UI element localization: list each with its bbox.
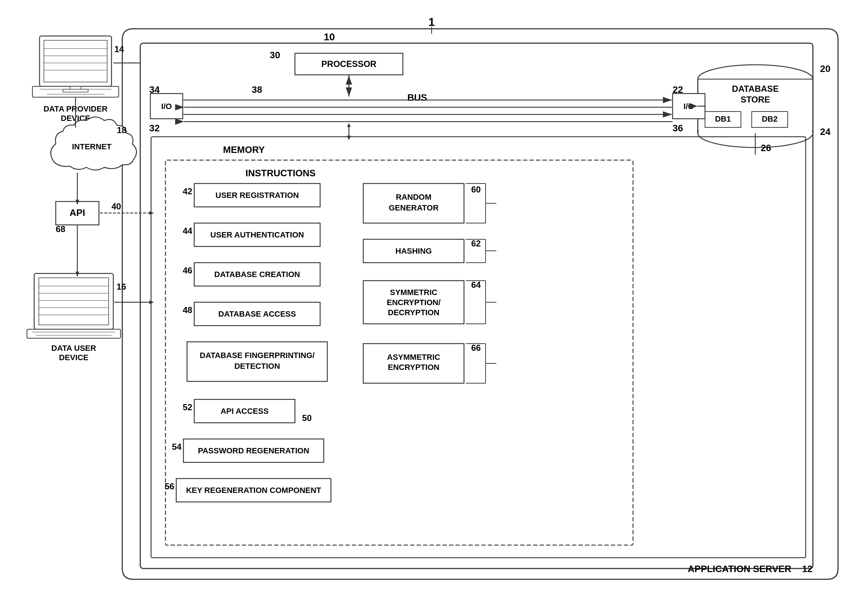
api-server-arrow xyxy=(149,211,154,215)
db-store-label-line2: STORE xyxy=(741,94,770,104)
symmetric-enc-label1: SYMMETRIC xyxy=(390,288,437,297)
symmetric-enc-label2: ENCRYPTION/ xyxy=(387,298,441,307)
ref-50-label: 50 xyxy=(302,413,312,423)
ref-10-label: 10 xyxy=(324,31,335,42)
ref-66-label: 66 xyxy=(471,343,481,353)
ref-52-label: 52 xyxy=(183,402,192,412)
svg-rect-13 xyxy=(63,89,88,92)
memory-label: MEMORY xyxy=(223,144,265,155)
key-regen-label: KEY REGENERATION COMPONENT xyxy=(186,486,321,495)
ref-14-label: 14 xyxy=(115,44,124,54)
ref-30-label: 30 xyxy=(270,50,280,60)
db-store-label-line1: DATABASE xyxy=(732,84,779,94)
api-label: API xyxy=(69,207,85,218)
instructions-label: INSTRUCTIONS xyxy=(246,168,316,179)
provider-monitor xyxy=(39,36,111,86)
asymmetric-enc-label2: ENCRYPTION xyxy=(388,363,439,372)
user-registration-label: USER REGISTRATION xyxy=(215,191,299,200)
ref-1-label: 1 xyxy=(428,16,435,28)
io-right-label: I/O xyxy=(683,102,694,111)
db-fingerprint-label2: DETECTION xyxy=(234,361,280,371)
ref-42-label: 42 xyxy=(183,186,192,196)
user-laptop-screen xyxy=(34,273,113,329)
user-laptop-base xyxy=(27,329,121,338)
ref-44-label: 44 xyxy=(183,226,192,236)
ref-38-label: 38 xyxy=(252,84,262,95)
processor-label: PROCESSOR xyxy=(321,59,376,69)
app-server-label: APPLICATION SERVER xyxy=(688,564,791,574)
db-access-label: DATABASE ACCESS xyxy=(218,310,296,319)
memory-bus-arrowhead xyxy=(347,123,351,127)
random-gen-label2: GENERATOR xyxy=(389,203,439,212)
data-user-label2: DEVICE xyxy=(59,353,88,362)
ref-40-label: 40 xyxy=(111,201,121,211)
symmetric-enc-label3: DECRYPTION xyxy=(388,308,439,317)
random-gen-label1: RANDOM xyxy=(396,193,432,201)
ref-16-label: 16 xyxy=(116,282,126,291)
db-creation-label: DATABASE CREATION xyxy=(214,270,300,279)
ref-26-label: 26 xyxy=(761,143,771,153)
ref-54-label: 54 xyxy=(172,442,182,451)
ref-24-label: 24 xyxy=(820,126,830,137)
api-access-label: API ACCESS xyxy=(220,407,269,416)
user-server-arrow xyxy=(149,300,154,304)
ref-64-label: 64 xyxy=(471,280,481,290)
ref-48-label: 48 xyxy=(183,305,192,315)
ref-20-label: 20 xyxy=(820,63,830,74)
diagram-container: 1 10 APPLICATION SERVER 12 DATABASE STOR… xyxy=(0,0,860,616)
db-fingerprint-label1: DATABASE FINGERPRINTING/ xyxy=(199,351,314,360)
ref-22-label: 22 xyxy=(673,84,683,95)
db2-label: DB2 xyxy=(762,115,778,123)
asymmetric-enc-label1: ASYMMETRIC xyxy=(387,353,440,361)
ref-56-label: 56 xyxy=(165,481,174,491)
bus-memory-arrowhead xyxy=(347,136,351,140)
ref-18-label: 18 xyxy=(117,125,127,135)
ref-46-label: 46 xyxy=(183,266,192,275)
ref-12-label: 12 xyxy=(802,564,813,574)
io-left-label: I/O xyxy=(161,102,171,111)
password-regen-label: PASSWORD REGENERATION xyxy=(198,446,309,455)
bus-label: BUS xyxy=(408,92,427,103)
ref-62-label: 62 xyxy=(471,239,481,248)
hashing-label: HASHING xyxy=(395,247,432,256)
user-auth-label: USER AUTHENTICATION xyxy=(210,230,304,239)
ref-34-label: 34 xyxy=(149,84,160,95)
internet-label: INTERNET xyxy=(72,142,112,151)
ref-32-label: 32 xyxy=(149,123,160,134)
ref-68-label: 68 xyxy=(56,224,66,234)
ref-60-label: 60 xyxy=(471,185,481,194)
data-user-label1: DATA USER xyxy=(52,344,96,353)
ref-36-label: 36 xyxy=(673,123,683,134)
db1-label: DB1 xyxy=(715,115,731,123)
